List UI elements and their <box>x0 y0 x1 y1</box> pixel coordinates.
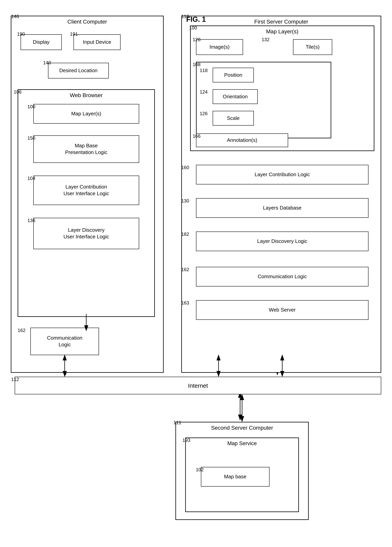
second-server-title: Second Server Computer <box>176 425 308 431</box>
ref-106: 106 <box>14 89 21 95</box>
map-base-box: Map base <box>201 467 270 486</box>
images-box: Image(s) <box>196 39 243 55</box>
layers-database-box: Layers Database <box>196 198 368 218</box>
layer-contribution-ui-box: Layer Contribution User Interface Logic <box>33 176 139 205</box>
ref-162-server: 162 <box>181 267 189 272</box>
web-server-box: Web Server <box>196 300 368 320</box>
client-map-layers-box: Map Layer(s) <box>33 104 139 123</box>
map-service-title: Map Service <box>186 440 298 446</box>
ref-132: 132 <box>262 37 270 42</box>
ref-100-server: 100 <box>189 25 197 31</box>
ref-118: 118 <box>200 68 207 73</box>
ref-150: 150 <box>27 135 35 141</box>
server-comm-logic-box: Communication Logic <box>196 267 368 287</box>
ref-140: 140 <box>43 60 51 66</box>
ref-112: 112 <box>11 377 19 382</box>
display-box: Display <box>20 34 62 50</box>
annotations-box: Annotation(s) <box>196 133 288 147</box>
fig-label: FIG. 1 <box>5 15 387 24</box>
internet-box: Internet <box>15 377 381 394</box>
ref-108: 108 <box>193 62 200 67</box>
ref-191: 191 <box>70 31 78 37</box>
ref-100-client: 100 <box>27 104 35 109</box>
position-box: Position <box>213 68 254 82</box>
layer-discovery-logic-box: Layer Discovery Logic <box>196 232 368 251</box>
ref-126: 126 <box>200 111 207 116</box>
ref-193: 193 <box>182 438 190 443</box>
ref-136: 136 <box>27 218 35 223</box>
input-device-box: Input Device <box>73 34 120 50</box>
client-comm-logic-box: Communication Logic <box>30 328 99 355</box>
ref-111: 111 <box>173 420 181 425</box>
ref-162-client: 162 <box>18 328 26 333</box>
server-map-layers-title: Map Layer(s) <box>191 28 374 35</box>
ref-190: 190 <box>17 31 25 37</box>
ref-163: 163 <box>181 300 189 306</box>
ref-160: 160 <box>181 165 189 170</box>
ref-182: 182 <box>181 232 189 237</box>
map-base-presentation-box: Map Base Presentation Logic <box>33 135 139 163</box>
ref-102: 102 <box>196 467 204 472</box>
layer-discovery-ui-box: Layer Discovery User Interface Logic <box>33 218 139 249</box>
scale-box: Scale <box>213 111 254 126</box>
ref-128: 128 <box>193 37 200 42</box>
tiles-box: Tile(s) <box>293 39 332 55</box>
orientation-box: Orientation <box>213 89 258 104</box>
ref-104: 104 <box>27 176 35 181</box>
web-browser-title: Web Browser <box>18 92 154 98</box>
desired-location-box: Desired Location <box>48 63 109 78</box>
ref-130: 130 <box>181 198 189 204</box>
ref-124: 124 <box>200 89 207 95</box>
ref-166: 166 <box>193 133 200 139</box>
layer-contribution-logic-box: Layer Contribution Logic <box>196 165 368 185</box>
